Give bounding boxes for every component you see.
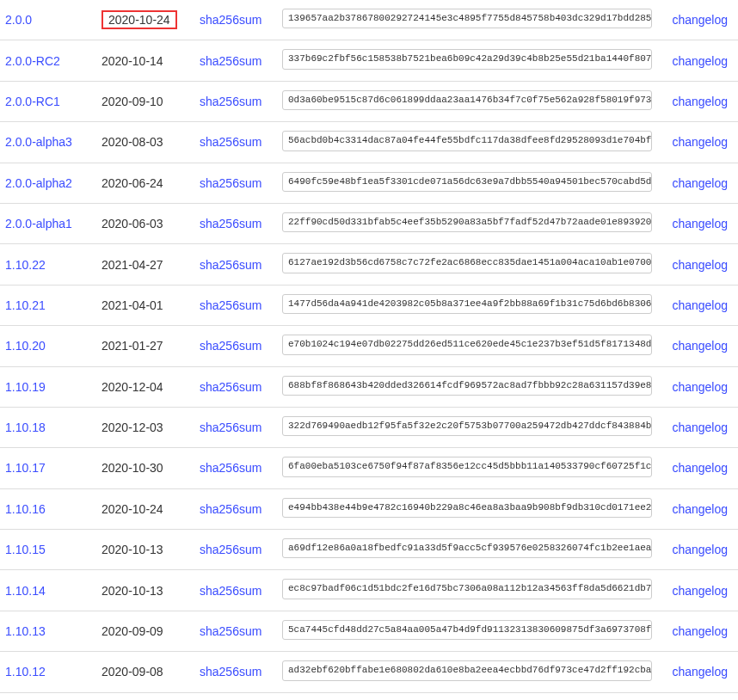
release-date: 2021-01-27: [101, 339, 163, 353]
sha256-hash[interactable]: 0d3a60be9515c87d6c061899ddaa23aa1476b34f…: [282, 90, 652, 110]
changelog-link[interactable]: changelog: [672, 421, 728, 434]
sha256-hash[interactable]: a69df12e86a0a18fbedfc91a33d5f9acc5cf9395…: [282, 538, 652, 558]
version-link[interactable]: 2.0.0-RC2: [5, 54, 60, 68]
release-date: 2020-09-08: [101, 665, 163, 679]
sha256-hash[interactable]: 22ff90cd50d331bfab5c4eef35b5290a83a5bf7f…: [282, 212, 652, 232]
release-date: 2021-04-27: [101, 258, 163, 272]
sha256sum-link[interactable]: sha256sum: [196, 461, 261, 475]
changelog-link[interactable]: changelog: [672, 217, 728, 230]
release-date: 2020-09-10: [101, 95, 163, 108]
sha256sum-link[interactable]: sha256sum: [196, 624, 261, 638]
version-link[interactable]: 1.10.22: [5, 258, 46, 272]
sha256sum-link[interactable]: sha256sum: [196, 584, 261, 598]
sha256-hash[interactable]: 1477d56da4a941de4203982c05b8a371ee4a9f2b…: [282, 294, 652, 314]
sha256sum-link[interactable]: sha256sum: [196, 298, 261, 312]
sha256sum-link[interactable]: sha256sum: [196, 54, 261, 68]
release-date: 2020-10-13: [101, 543, 163, 556]
sha256sum-link[interactable]: sha256sum: [196, 502, 261, 516]
table-row: 1.10.192020-12-04sha256sum688bf8f868643b…: [0, 366, 738, 407]
table-row: 1.10.142020-10-13sha256sumec8c97badf06c1…: [0, 570, 738, 611]
release-date: 2020-10-13: [101, 584, 163, 598]
release-date: 2020-10-24: [101, 10, 177, 29]
changelog-link[interactable]: changelog: [672, 461, 728, 475]
changelog-link[interactable]: changelog: [672, 95, 728, 108]
release-date: 2020-10-14: [101, 54, 163, 68]
changelog-link[interactable]: changelog: [672, 135, 728, 149]
changelog-link[interactable]: changelog: [672, 584, 728, 598]
sha256sum-link[interactable]: sha256sum: [196, 421, 261, 434]
sha256sum-link[interactable]: sha256sum: [196, 135, 261, 149]
sha256sum-link[interactable]: sha256sum: [196, 339, 261, 353]
table-row: 1.10.152020-10-13sha256suma69df12e86a0a1…: [0, 530, 738, 570]
table-row: 1.10.182020-12-03sha256sum322d769490aedb…: [0, 407, 738, 447]
changelog-link[interactable]: changelog: [672, 54, 728, 68]
version-link[interactable]: 1.10.20: [5, 339, 46, 353]
sha256sum-link[interactable]: sha256sum: [196, 543, 261, 556]
changelog-link[interactable]: changelog: [672, 13, 728, 27]
table-row: 2.0.02020-10-24sha256sum139657aa2b378678…: [0, 0, 738, 40]
changelog-link[interactable]: changelog: [672, 543, 728, 556]
changelog-link[interactable]: changelog: [672, 258, 728, 272]
version-link[interactable]: 1.10.12: [5, 665, 46, 679]
sha256sum-link[interactable]: sha256sum: [196, 380, 261, 394]
table-row: 1.10.172020-10-30sha256sum6fa00eba5103ce…: [0, 448, 738, 488]
table-row: 1.10.212021-04-01sha256sum1477d56da4a941…: [0, 285, 738, 325]
sha256-hash[interactable]: 6fa00eba5103ce6750f94f87af8356e12cc45d5b…: [282, 457, 652, 476]
version-link[interactable]: 1.10.18: [5, 421, 46, 434]
release-date: 2020-12-04: [101, 380, 163, 394]
table-row: 2.0.0-RC12020-09-10sha256sum0d3a60be9515…: [0, 81, 738, 121]
version-link[interactable]: 1.10.19: [5, 380, 46, 394]
table-row: 2.0.0-alpha32020-08-03sha256sum56acbd0b4…: [0, 122, 738, 163]
sha256sum-link[interactable]: sha256sum: [196, 13, 261, 27]
table-row: 1.10.222021-04-27sha256sum6127ae192d3b56…: [0, 244, 738, 285]
release-date: 2021-04-01: [101, 298, 163, 312]
version-link[interactable]: 2.0.0-RC1: [5, 95, 60, 108]
release-date: 2020-10-30: [101, 461, 163, 475]
table-row: 1.10.112020-09-08sha256sum6c4e61d21d2dd2…: [0, 692, 738, 700]
sha256sum-link[interactable]: sha256sum: [196, 95, 261, 108]
release-date: 2020-06-24: [101, 176, 163, 190]
version-link[interactable]: 1.10.13: [5, 624, 46, 638]
version-link[interactable]: 2.0.0-alpha1: [5, 217, 72, 230]
changelog-link[interactable]: changelog: [672, 176, 728, 190]
sha256-hash[interactable]: 688bf8f868643b420dded326614fcdf969572ac8…: [282, 376, 652, 396]
sha256sum-link[interactable]: sha256sum: [196, 217, 261, 230]
sha256-hash[interactable]: 6490fc59e48bf1ea5f3301cde071a56dc63e9a7d…: [282, 172, 652, 192]
table-row: 1.10.132020-09-09sha256sum5ca7445cfd48dd…: [0, 611, 738, 651]
changelog-link[interactable]: changelog: [672, 339, 728, 353]
release-date: 2020-12-03: [101, 421, 163, 434]
changelog-link[interactable]: changelog: [672, 380, 728, 394]
changelog-link[interactable]: changelog: [672, 665, 728, 679]
sha256-hash[interactable]: 56acbd0b4c3314dac87a04fe44fe55bdfc117da3…: [282, 131, 652, 150]
version-link[interactable]: 1.10.17: [5, 461, 46, 475]
changelog-link[interactable]: changelog: [672, 502, 728, 516]
version-link[interactable]: 1.10.14: [5, 584, 46, 598]
releases-table: 2.0.02020-10-24sha256sum139657aa2b378678…: [0, 0, 738, 700]
sha256-hash[interactable]: 5ca7445cfd48dd27c5a84aa005a47b4d9fd91132…: [282, 620, 652, 640]
sha256sum-link[interactable]: sha256sum: [196, 258, 261, 272]
sha256sum-link[interactable]: sha256sum: [196, 665, 261, 679]
version-link[interactable]: 2.0.0-alpha2: [5, 176, 72, 190]
sha256-hash[interactable]: e70b1024c194e07db02275dd26ed511ce620ede4…: [282, 335, 652, 354]
sha256-hash[interactable]: 337b69c2fbf56c158538b7521bea6b09c42a29d3…: [282, 49, 652, 69]
changelog-link[interactable]: changelog: [672, 298, 728, 312]
sha256-hash[interactable]: 322d769490aedb12f95fa5f32e2c20f5753b0770…: [282, 416, 652, 436]
sha256-hash[interactable]: 139657aa2b37867800292724145e3c4895f7755d…: [282, 9, 652, 28]
table-row: 2.0.0-RC22020-10-14sha256sum337b69c2fbf5…: [0, 40, 738, 81]
version-link[interactable]: 2.0.0: [5, 13, 32, 27]
release-date: 2020-06-03: [101, 217, 163, 230]
table-row: 2.0.0-alpha12020-06-03sha256sum22ff90cd5…: [0, 203, 738, 243]
sha256-hash[interactable]: 6127ae192d3b56cd6758c7c72fe2ac6868ecc835…: [282, 253, 652, 273]
table-row: 1.10.122020-09-08sha256sumad32ebf620bffa…: [0, 652, 738, 692]
version-link[interactable]: 1.10.15: [5, 543, 46, 556]
sha256-hash[interactable]: e494bb438e44b9e4782c16940b229a8c46ea8a3b…: [282, 498, 652, 518]
changelog-link[interactable]: changelog: [672, 624, 728, 638]
sha256-hash[interactable]: ec8c97badf06c1d51bdc2fe16d75bc7306a08a11…: [282, 579, 652, 599]
sha256sum-link[interactable]: sha256sum: [196, 176, 261, 190]
table-row: 1.10.202021-01-27sha256sume70b1024c194e0…: [0, 326, 738, 366]
sha256-hash[interactable]: ad32ebf620bffabe1e680802da610e8ba2eea4ec…: [282, 660, 652, 680]
version-link[interactable]: 1.10.21: [5, 298, 46, 312]
version-link[interactable]: 2.0.0-alpha3: [5, 135, 72, 149]
version-link[interactable]: 1.10.16: [5, 502, 46, 516]
release-date: 2020-08-03: [101, 135, 163, 149]
